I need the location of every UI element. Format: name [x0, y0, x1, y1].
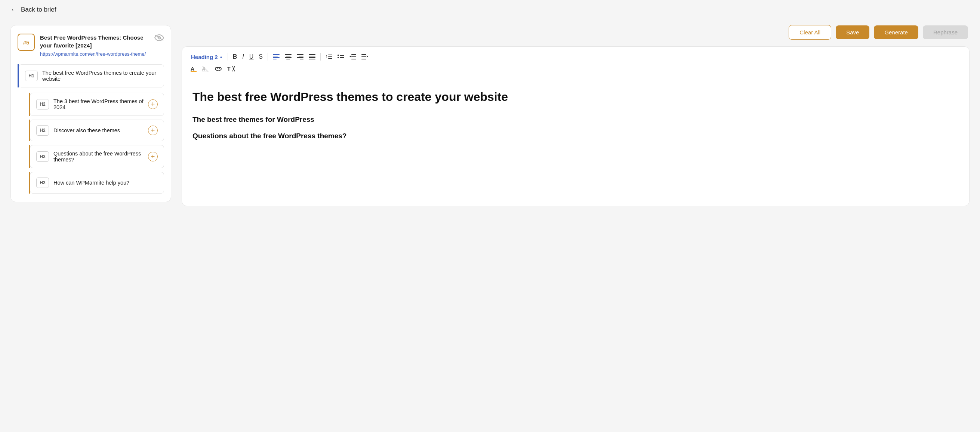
highlight-button[interactable]: A [200, 64, 211, 74]
format-bar: Heading 2 ⬧ B I U S [182, 47, 969, 62]
format-divider-3 [320, 53, 321, 60]
h1-badge: H1 [25, 71, 38, 81]
heading-select-label: Heading 2 [191, 54, 218, 60]
outdent-button[interactable] [348, 53, 358, 61]
add-h2-1-button[interactable]: + [148, 125, 158, 135]
ordered-list-button[interactable]: 1. [324, 53, 334, 61]
article-title: Best Free WordPress Themes: Choose your … [40, 33, 149, 49]
clear-all-button[interactable]: Clear All [789, 25, 831, 40]
h2-item: H2 Questions about the free WordPress th… [29, 145, 164, 168]
article-number-badge: #5 [18, 33, 35, 51]
article-url[interactable]: https://wpmarmite.com/en/free-wordpress-… [40, 51, 149, 57]
editor-h2-content-2: Questions about the free WordPress theme… [192, 132, 959, 140]
save-button[interactable]: Save [836, 25, 869, 39]
svg-rect-19 [328, 54, 332, 55]
article-header: #5 Best Free WordPress Themes: Choose yo… [18, 33, 164, 57]
h1-text: The best free WordPress themes to create… [42, 70, 158, 82]
unordered-list-icon [337, 54, 344, 59]
indent-icon [361, 54, 368, 59]
editor-toolbar: Clear All Save Generate Rephrase [181, 25, 969, 40]
align-left-button[interactable] [271, 53, 282, 61]
highlight-icon: A [202, 65, 209, 72]
h2-item: H2 The 3 best free WordPress themes of 2… [29, 93, 164, 116]
svg-rect-25 [340, 57, 344, 58]
align-right-icon [297, 54, 304, 59]
editor-h2-content-1: The best free themes for WordPress [192, 116, 959, 124]
back-to-brief-link[interactable]: ← Back to brief [11, 5, 56, 14]
chevron-up-down-icon: ⬧ [220, 54, 223, 59]
clear-format-button[interactable]: T [225, 64, 237, 74]
bold-button[interactable]: B [231, 52, 239, 62]
svg-rect-6 [285, 54, 291, 55]
svg-rect-12 [297, 57, 304, 58]
svg-point-22 [337, 54, 339, 56]
clear-format-icon: T [227, 65, 235, 72]
svg-rect-11 [299, 56, 304, 56]
link-button[interactable] [213, 65, 224, 73]
h2-text-3: How can WPMarmite help you? [53, 180, 158, 186]
svg-rect-10 [297, 54, 304, 55]
underline-button[interactable]: U [247, 52, 256, 62]
h2-badge-3: H2 [36, 178, 49, 188]
h2-text-2: Questions about the free WordPress theme… [53, 151, 143, 162]
h2-badge-0: H2 [36, 99, 49, 110]
left-panel: #5 Best Free WordPress Themes: Choose yo… [11, 25, 171, 202]
add-h2-0-button[interactable]: + [148, 99, 158, 109]
unordered-list-button[interactable] [336, 53, 346, 61]
font-color-icon: A [191, 65, 197, 72]
svg-marker-29 [350, 55, 352, 57]
h2-text-1: Discover also these themes [53, 127, 143, 133]
ordered-list-icon: 1. [326, 54, 332, 59]
align-justify-button[interactable] [307, 53, 317, 61]
strikethrough-button[interactable]: S [257, 52, 265, 62]
rephrase-button: Rephrase [923, 25, 968, 39]
h2-list: H2 The 3 best free WordPress themes of 2… [18, 93, 164, 194]
editor-container: Heading 2 ⬧ B I U S [181, 46, 969, 206]
align-center-button[interactable] [283, 53, 293, 61]
italic-button[interactable]: I [240, 52, 245, 62]
h2-heading-row-2[interactable]: H2 Questions about the free WordPress th… [30, 145, 164, 168]
svg-rect-37 [202, 71, 209, 72]
svg-text:T: T [227, 66, 231, 72]
svg-rect-32 [361, 59, 366, 59]
font-color-button[interactable]: A [189, 64, 199, 74]
svg-rect-16 [309, 57, 315, 58]
format-bar-row2: A A [182, 62, 969, 79]
svg-rect-27 [352, 56, 356, 57]
back-to-brief-label: Back to brief [21, 6, 56, 13]
generate-button[interactable]: Generate [874, 25, 918, 39]
svg-text:A: A [191, 66, 194, 72]
indent-button[interactable] [360, 53, 370, 61]
svg-rect-3 [273, 56, 278, 56]
svg-rect-14 [309, 54, 315, 55]
svg-rect-5 [273, 59, 277, 59]
svg-rect-20 [328, 56, 332, 57]
h2-badge-2: H2 [36, 151, 49, 162]
article-title-block: Best Free WordPress Themes: Choose your … [40, 33, 149, 57]
svg-rect-15 [309, 56, 315, 56]
heading-select-dropdown[interactable]: Heading 2 ⬧ [189, 52, 224, 62]
align-right-button[interactable] [295, 53, 305, 61]
h2-heading-row-0[interactable]: H2 The 3 best free WordPress themes of 2… [30, 93, 164, 116]
h2-item: H2 Discover also these themes + [29, 119, 164, 141]
h2-heading-row-1[interactable]: H2 Discover also these themes + [30, 119, 164, 141]
add-h2-2-button[interactable]: + [148, 152, 158, 162]
editor-h1-content: The best free WordPress themes to create… [192, 89, 959, 105]
svg-rect-2 [273, 54, 280, 55]
h2-badge-1: H2 [36, 125, 49, 136]
svg-rect-35 [191, 71, 197, 72]
h2-heading-row-3[interactable]: H2 How can WPMarmite help you? [30, 172, 164, 194]
svg-rect-30 [361, 54, 366, 55]
align-left-icon [273, 54, 280, 59]
svg-rect-9 [286, 59, 290, 59]
h1-section: H1 The best free WordPress themes to cre… [18, 64, 164, 87]
h1-heading-row[interactable]: H1 The best free WordPress themes to cre… [19, 64, 164, 87]
svg-rect-17 [309, 59, 315, 59]
h2-text-0: The 3 best free WordPress themes of 2024 [53, 98, 143, 110]
svg-rect-28 [352, 59, 356, 59]
visibility-toggle-icon[interactable] [154, 34, 164, 43]
svg-rect-13 [300, 59, 304, 59]
svg-rect-26 [352, 54, 356, 55]
editor-content[interactable]: The best free WordPress themes to create… [182, 79, 969, 206]
svg-rect-8 [285, 57, 291, 58]
